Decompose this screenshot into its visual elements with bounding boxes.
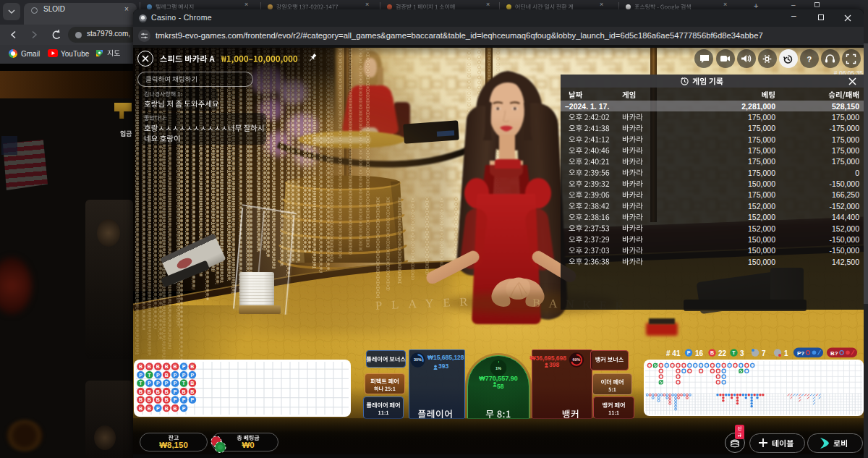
svg-text:B: B <box>710 350 714 355</box>
svg-text:22: 22 <box>718 349 727 357</box>
svg-text:3: 3 <box>740 349 744 357</box>
svg-text:P?: P? <box>797 350 804 357</box>
svg-text:7: 7 <box>762 349 766 357</box>
svg-text:1: 1 <box>784 349 788 357</box>
svg-text:T: T <box>732 350 736 355</box>
svg-text:16: 16 <box>695 349 704 357</box>
svg-text:# 41: # 41 <box>666 349 681 357</box>
svg-text:B?: B? <box>830 350 838 357</box>
svg-text:P: P <box>687 350 691 355</box>
